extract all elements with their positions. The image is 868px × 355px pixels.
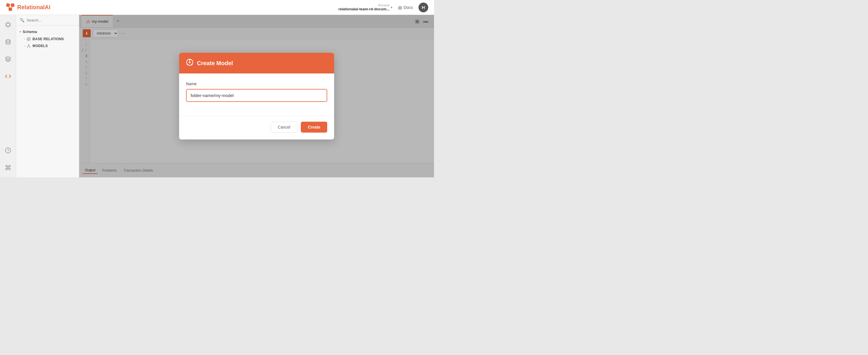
models-icon	[27, 44, 31, 48]
modal-footer: Cancel Create	[179, 122, 334, 139]
modal-body: Name	[179, 73, 334, 109]
svg-line-22	[28, 45, 29, 47]
layers-icon-btn[interactable]	[3, 54, 13, 64]
model-name-input[interactable]	[186, 89, 327, 102]
svg-rect-0	[6, 3, 10, 7]
svg-line-23	[29, 45, 30, 47]
content-area: my-model + ▣ ▬ ⬇ database ··· 1 2 ✓ 3	[79, 15, 434, 178]
svg-point-21	[30, 47, 30, 47]
search-bar: 🔍	[16, 15, 79, 26]
logo-text: RelationalAI	[17, 4, 51, 11]
models-expand-icon: ›	[24, 44, 25, 47]
schema-sidebar: 🔍 ▾ Schema › BASE RELATIONS ›	[16, 15, 79, 178]
topbar-right: Account relationalai-team-rd-docum... ▾ …	[338, 3, 428, 12]
schema-section[interactable]: ▾ Schema	[16, 28, 79, 36]
svg-point-33	[187, 64, 188, 65]
chip-icon-btn[interactable]	[3, 20, 13, 30]
account-info: Account relationalai-team-rd-docum...	[338, 3, 390, 11]
search-input[interactable]	[27, 18, 75, 22]
logo-icon	[6, 3, 15, 12]
modal-title: Create Model	[197, 60, 233, 67]
account-label: Account	[378, 3, 390, 7]
main-layout: 🔍 ▾ Schema › BASE RELATIONS ›	[0, 15, 434, 178]
svg-rect-1	[11, 3, 15, 7]
modal-overlay: Create Model Name Cancel Create	[79, 15, 434, 178]
logo-area: RelationalAI	[6, 3, 51, 12]
svg-point-12	[6, 40, 10, 41]
icon-sidebar	[0, 15, 16, 178]
create-model-dialog: Create Model Name Cancel Create	[179, 53, 334, 139]
create-model-icon	[186, 59, 193, 68]
svg-rect-3	[6, 23, 9, 26]
modal-header: Create Model	[179, 53, 334, 73]
schema-label: Schema	[23, 30, 37, 34]
docs-label: Docs	[404, 5, 413, 10]
tree-item-models[interactable]: › MODELS	[16, 42, 79, 50]
models-label: MODELS	[32, 44, 48, 48]
search-icon: 🔍	[20, 18, 24, 22]
account-dropdown[interactable]: Account relationalai-team-rd-docum... ▾	[338, 3, 392, 11]
svg-point-20	[27, 47, 28, 47]
svg-point-19	[28, 44, 29, 45]
topbar: RelationalAI Account relationalai-team-r…	[0, 0, 434, 15]
svg-point-32	[189, 59, 190, 61]
docs-button[interactable]: ▤ Docs	[398, 5, 413, 10]
svg-point-34	[191, 64, 192, 65]
clock-icon-btn[interactable]	[3, 145, 13, 156]
field-label: Name	[186, 82, 327, 86]
svg-rect-15	[27, 38, 30, 41]
schema-tree: ▾ Schema › BASE RELATIONS › MODELS	[16, 26, 79, 52]
chevron-down-icon: ▾	[391, 5, 392, 9]
avatar[interactable]: H	[418, 3, 428, 12]
command-icon-btn[interactable]	[3, 162, 13, 173]
schema-chevron-icon: ▾	[20, 30, 21, 33]
code-icon-btn[interactable]	[3, 71, 13, 82]
table-icon	[27, 37, 31, 41]
svg-rect-2	[9, 7, 12, 11]
database-icon-btn[interactable]	[3, 37, 13, 47]
create-button[interactable]: Create	[301, 122, 327, 133]
cancel-button[interactable]: Cancel	[271, 122, 298, 133]
docs-icon: ▤	[398, 5, 402, 10]
modal-divider	[179, 116, 334, 116]
base-relations-label: BASE RELATIONS	[32, 37, 64, 41]
base-relations-expand-icon: ›	[24, 38, 25, 41]
account-name: relationalai-team-rd-docum...	[338, 7, 390, 11]
svg-marker-13	[5, 57, 10, 59]
tree-item-base-relations[interactable]: › BASE RELATIONS	[16, 36, 79, 42]
